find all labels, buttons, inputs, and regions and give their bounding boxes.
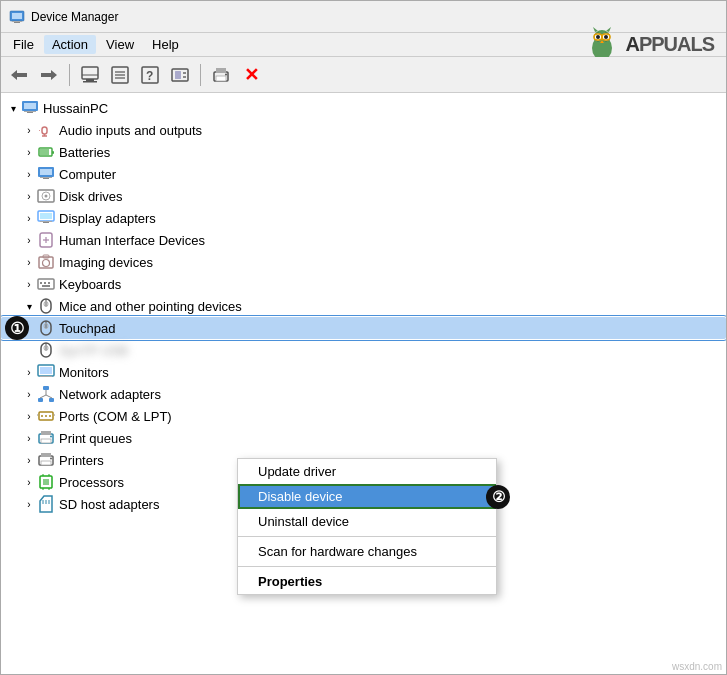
svg-rect-67: [42, 285, 50, 287]
sdhost-expand[interactable]: ›: [21, 496, 37, 512]
tree-item-audio[interactable]: › Audio inputs and outputs: [1, 119, 726, 141]
root-expand[interactable]: ▾: [5, 100, 21, 116]
svg-marker-17: [41, 70, 57, 80]
hid-expand[interactable]: ›: [21, 232, 37, 248]
update-driver-button[interactable]: [106, 61, 134, 89]
network-expand[interactable]: ›: [21, 386, 37, 402]
tree-item-display[interactable]: › Display adapters: [1, 207, 726, 229]
ctx-uninstall-device[interactable]: Uninstall device: [238, 509, 496, 534]
svg-rect-31: [183, 76, 186, 78]
printers-expand[interactable]: ›: [21, 452, 37, 468]
print-button[interactable]: [207, 61, 235, 89]
tree-item-touchpad[interactable]: Touchpad: [1, 317, 726, 339]
hid-label: Human Interface Devices: [59, 233, 205, 248]
svg-line-85: [40, 395, 46, 398]
processors-label: Processors: [59, 475, 124, 490]
svg-rect-20: [86, 79, 94, 81]
menu-file[interactable]: File: [5, 35, 42, 54]
display-expand[interactable]: ›: [21, 210, 37, 226]
back-button[interactable]: [5, 61, 33, 89]
svg-rect-1: [12, 13, 22, 19]
tree-item-printqueues[interactable]: › Print queues: [1, 427, 726, 449]
svg-rect-33: [216, 68, 226, 73]
badge-two: ②: [486, 485, 510, 509]
svg-rect-81: [43, 386, 49, 390]
tree-item-computer[interactable]: › Computer: [1, 163, 726, 185]
menu-help[interactable]: Help: [144, 35, 187, 54]
batteries-icon: [37, 143, 55, 161]
svg-marker-15: [606, 27, 611, 32]
ctx-scan-hardware[interactable]: Scan for hardware changes: [238, 539, 496, 564]
watermark: wsxdn.com: [672, 661, 722, 672]
touchpad-icon: [37, 319, 55, 337]
monitors-icon: [37, 363, 55, 381]
tree-item-ports[interactable]: › Ports (COM & LPT): [1, 405, 726, 427]
sdhost-label: SD host adapters: [59, 497, 159, 512]
ctx-properties[interactable]: Properties: [238, 569, 496, 594]
svg-rect-82: [38, 398, 43, 402]
keyboards-expand[interactable]: ›: [21, 276, 37, 292]
svg-rect-45: [40, 149, 49, 155]
tree-item-keyboards[interactable]: › Keyboards: [1, 273, 726, 295]
tree-item-batteries[interactable]: › Batteries: [1, 141, 726, 163]
svg-point-61: [43, 260, 50, 267]
ctx-update-driver[interactable]: Update driver: [238, 459, 496, 484]
audio-label: Audio inputs and outputs: [59, 123, 202, 138]
tree-item-mouse2[interactable]: SynTP USB: [1, 339, 726, 361]
svg-marker-16: [11, 70, 27, 80]
svg-rect-78: [40, 367, 52, 374]
ports-expand[interactable]: ›: [21, 408, 37, 424]
ctx-disable-device[interactable]: Disable device ②: [238, 484, 496, 509]
tree-item-disk[interactable]: › Disk drives: [1, 185, 726, 207]
svg-rect-80: [40, 376, 52, 377]
svg-rect-55: [43, 222, 49, 223]
batteries-label: Batteries: [59, 145, 110, 160]
display-label: Display adapters: [59, 211, 156, 226]
menu-bar: File Action View Help: [1, 33, 726, 57]
computer-expand[interactable]: ›: [21, 166, 37, 182]
forward-button[interactable]: [35, 61, 63, 89]
scan-button[interactable]: [166, 61, 194, 89]
audio-expand[interactable]: ›: [21, 122, 37, 138]
svg-rect-40: [42, 127, 47, 134]
svg-rect-66: [48, 282, 50, 284]
processors-icon: [37, 473, 55, 491]
svg-rect-99: [41, 461, 51, 465]
touchpad-label: Touchpad: [59, 321, 115, 336]
printq-expand[interactable]: ›: [21, 430, 37, 446]
printq-label: Print queues: [59, 431, 132, 446]
ports-label: Ports (COM & LPT): [59, 409, 172, 424]
computer-icon: [37, 165, 55, 183]
menu-view[interactable]: View: [98, 35, 142, 54]
window-title: Device Manager: [31, 10, 118, 24]
toolbar-separator-1: [69, 64, 70, 86]
menu-action[interactable]: Action: [44, 35, 96, 54]
tree-item-network[interactable]: › Network adapters: [1, 383, 726, 405]
disk-expand[interactable]: ›: [21, 188, 37, 204]
network-label: Network adapters: [59, 387, 161, 402]
properties-button[interactable]: [76, 61, 104, 89]
tree-root[interactable]: ▾ HussainPC: [1, 97, 726, 119]
processors-expand[interactable]: ›: [21, 474, 37, 490]
ports-icon: [37, 407, 55, 425]
printq-icon: [37, 429, 55, 447]
svg-rect-49: [40, 177, 52, 178]
monitors-expand[interactable]: ›: [21, 364, 37, 380]
tree-item-hid[interactable]: › Human Interface Devices: [1, 229, 726, 251]
svg-rect-37: [24, 103, 36, 109]
tree-item-monitors[interactable]: › Monitors: [1, 361, 726, 383]
mice-expand[interactable]: ▾: [21, 298, 37, 314]
audio-icon: [37, 121, 55, 139]
tree-item-mice[interactable]: ▾ Mice and other pointing devices: [1, 295, 726, 317]
network-icon: [37, 385, 55, 403]
svg-point-89: [45, 415, 47, 417]
batteries-expand[interactable]: ›: [21, 144, 37, 160]
imaging-expand[interactable]: ›: [21, 254, 37, 270]
root-label: HussainPC: [43, 101, 108, 116]
imaging-label: Imaging devices: [59, 255, 153, 270]
tree-item-imaging[interactable]: › Imaging devices: [1, 251, 726, 273]
help-button[interactable]: ?: [136, 61, 164, 89]
window-icon: [9, 9, 25, 25]
remove-button[interactable]: ✕: [237, 61, 265, 89]
printers-label: Printers: [59, 453, 104, 468]
